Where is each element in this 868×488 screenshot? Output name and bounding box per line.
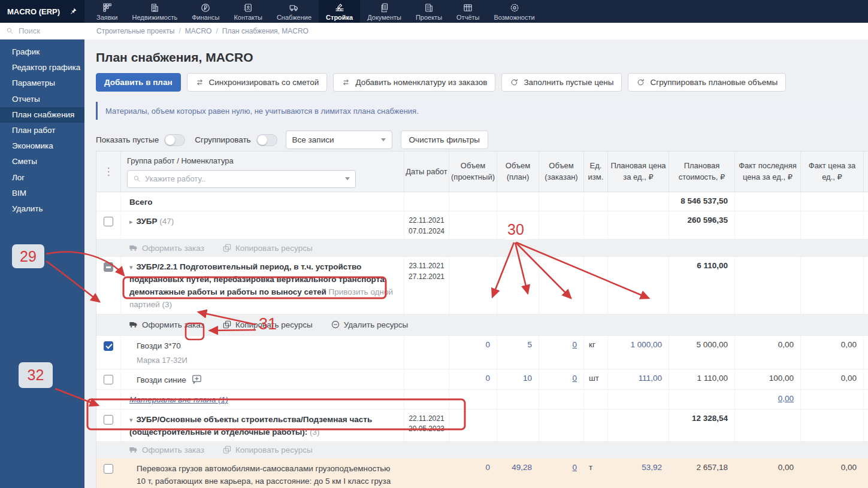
- nav-item-label: Финансы: [192, 14, 219, 21]
- work-search-input[interactable]: Укажите работу..: [127, 170, 356, 188]
- cell-select[interactable]: [96, 211, 120, 239]
- cell-fact-last-price: 0,00: [734, 459, 800, 488]
- pin-icon[interactable]: [69, 7, 77, 16]
- action-truck-small[interactable]: Оформить заказ: [129, 320, 204, 329]
- column-header-6[interactable]: Плановая стоимость, ₽: [669, 151, 734, 192]
- cell-volume-plan[interactable]: [497, 211, 539, 239]
- sidebar-item-bim[interactable]: BIM: [0, 186, 84, 201]
- add-to-plan-button[interactable]: Добавить в план: [96, 73, 181, 92]
- sidebar-item-work-plan[interactable]: План работ: [0, 123, 84, 138]
- row-checkbox[interactable]: [104, 375, 113, 384]
- table-row-material: Гвозди 3*70Марка 17-32И050кг1 000,005 00…: [96, 335, 868, 369]
- clear-filters-button[interactable]: Очистить фильтры: [401, 131, 488, 149]
- cell-select[interactable]: [96, 257, 120, 314]
- filter-bar: Показать пустые Сгруппировать Все записи…: [96, 131, 488, 149]
- column-header-3[interactable]: Объем (заказан): [539, 151, 583, 192]
- cell-plan-price[interactable]: 53,92: [607, 459, 669, 488]
- cell-volume-plan[interactable]: 5: [497, 336, 539, 369]
- cell-plan-price[interactable]: [607, 410, 669, 441]
- records-filter-select[interactable]: Все записи: [286, 131, 392, 149]
- table-row-group: ▾ЗУБР/Основные объекты строительства/Под…: [96, 409, 868, 441]
- cell-plan-price[interactable]: [607, 192, 669, 211]
- expand-right-icon[interactable]: ▸: [129, 218, 133, 225]
- out-of-plan-link[interactable]: Материалы вне плана (1): [129, 395, 228, 404]
- sidebar-item-estimates[interactable]: Сметы: [0, 154, 84, 169]
- row-checkbox[interactable]: [104, 341, 113, 351]
- cell-volume-plan[interactable]: 49,28: [497, 459, 539, 488]
- search-input[interactable]: Поиск: [0, 23, 84, 40]
- cell-select[interactable]: [96, 459, 120, 488]
- column-header-4[interactable]: Ед. изм.: [583, 151, 607, 192]
- sidebar-item-economics[interactable]: Экономика: [0, 138, 84, 154]
- cell-volume-ordered[interactable]: 0: [539, 336, 583, 369]
- nav-item-construction[interactable]: Стройка: [319, 0, 360, 23]
- show-empty-toggle[interactable]: [164, 134, 185, 146]
- column-header-0[interactable]: Даты работ: [404, 151, 449, 192]
- action-copy[interactable]: Копировать ресурсы: [222, 320, 313, 329]
- column-header-8[interactable]: Факт цена за ед., ₽: [800, 151, 863, 192]
- sidebar-item-delete[interactable]: Удалить: [0, 201, 84, 217]
- cell-volume-plan[interactable]: [497, 257, 539, 314]
- cell-volume-ordered[interactable]: 0: [539, 459, 583, 488]
- row-menu-header[interactable]: ⋮: [96, 151, 120, 192]
- column-header-5[interactable]: Плановая цена за ед., ₽: [607, 151, 669, 192]
- cell-volume-ordered: [539, 211, 583, 239]
- sidebar-item-schedule[interactable]: График: [0, 44, 84, 60]
- cell-plan-price[interactable]: [607, 211, 669, 239]
- cell-plan-price[interactable]: 1 000,00: [607, 336, 669, 369]
- sidebar-item-schedule-editor[interactable]: Редактор графика: [0, 60, 84, 75]
- breadcrumb-link-2[interactable]: План снабжения, MACRO: [222, 27, 309, 35]
- cell-volume-plan[interactable]: [497, 192, 539, 211]
- cell-plan-price[interactable]: 111,00: [607, 369, 669, 389]
- cell-fact-price: [800, 211, 863, 239]
- breadcrumb-link-0[interactable]: Строительные проекты: [96, 27, 174, 35]
- add-nomenclature-from-orders-button[interactable]: Добавить номенклатуру из заказов: [333, 73, 495, 92]
- nav-item-real-estate[interactable]: Недвижимость: [125, 0, 185, 23]
- column-header-7[interactable]: Факт последняя цена за ед., ₽: [734, 151, 800, 192]
- sidebar-item-parameters[interactable]: Параметры: [0, 75, 84, 91]
- cell-volume-plan[interactable]: [497, 390, 539, 409]
- nav-item-reports[interactable]: Отчёты: [449, 0, 486, 23]
- cell-plan-price[interactable]: [607, 390, 669, 409]
- cell-select[interactable]: [96, 410, 120, 441]
- cell-name: Перевозка грузов автомобилями-самосвалам…: [120, 459, 404, 488]
- cell-select[interactable]: [96, 336, 120, 369]
- add-comment-icon[interactable]: [191, 374, 203, 385]
- cell-volume-plan[interactable]: 10: [497, 369, 539, 389]
- cell-plan-price[interactable]: [607, 257, 669, 314]
- nav-item-finance[interactable]: Финансы: [185, 0, 226, 23]
- action-minus-circle[interactable]: Удалить ресурсы: [331, 320, 409, 329]
- row-checkbox[interactable]: [104, 464, 113, 474]
- group-toggle[interactable]: [256, 134, 277, 146]
- nav-item-contacts[interactable]: Контакты: [226, 0, 270, 23]
- cell-fact-last-price[interactable]: 0,00: [734, 390, 800, 409]
- cell-cut: [863, 257, 868, 314]
- nav-item-applications[interactable]: Заявки: [89, 0, 125, 23]
- row-checkbox[interactable]: [104, 262, 113, 272]
- sync-with-estimate-button[interactable]: Синхронизировать со сметой: [187, 73, 328, 92]
- expand-down-icon[interactable]: ▾: [129, 263, 133, 271]
- column-header-1[interactable]: Объем (проектный): [449, 151, 497, 192]
- cell-volume-plan[interactable]: [497, 410, 539, 441]
- nav-item-features[interactable]: Возможности: [486, 0, 542, 23]
- sidebar-item-reports[interactable]: Отчеты: [0, 92, 84, 107]
- cell-select[interactable]: [96, 369, 120, 389]
- sidebar-item-log[interactable]: Лог: [0, 170, 84, 186]
- fill-empty-prices-button[interactable]: Заполнить пустые цены: [501, 73, 622, 92]
- cell-unit: [583, 211, 607, 239]
- table-row-total: Всего8 546 537,50: [96, 192, 868, 211]
- cell-volume-ordered[interactable]: 0: [539, 369, 583, 389]
- nav-item-projects[interactable]: Проекты: [409, 0, 449, 23]
- kebab-menu-icon[interactable]: ⋮: [104, 164, 114, 180]
- nav-item-documents[interactable]: Документы: [360, 0, 409, 23]
- app-logo[interactable]: MACRO (ERP): [0, 0, 84, 23]
- group-planned-volumes-button[interactable]: Сгруппировать плановые объемы: [628, 73, 786, 92]
- sidebar-item-supply-plan[interactable]: План снабжения: [0, 107, 84, 123]
- nav-item-supply[interactable]: Снабжение: [270, 0, 319, 23]
- row-checkbox[interactable]: [104, 415, 113, 425]
- cell-fact-last-price: [734, 211, 800, 239]
- row-checkbox[interactable]: [104, 217, 113, 226]
- expand-down-icon[interactable]: ▾: [129, 416, 133, 423]
- breadcrumb-link-1[interactable]: MACRO: [185, 27, 212, 35]
- column-header-2[interactable]: Объем (план): [497, 151, 539, 192]
